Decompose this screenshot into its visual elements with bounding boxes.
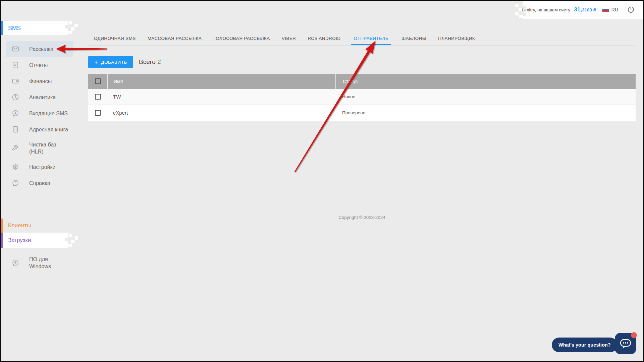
row-checkbox[interactable] (95, 110, 101, 116)
sidebar-item-otchety[interactable]: Отчеты (6, 57, 73, 73)
sidebar-item-label: Финансы (29, 78, 52, 85)
pixel-decoration (515, 4, 519, 7)
envelope-icon (11, 45, 19, 53)
sidebar-item-label: Входящие SMS (29, 110, 68, 117)
table-row[interactable]: TWНовое (88, 89, 636, 105)
table-body: TWНовоеeXpertПроверено (88, 89, 636, 121)
cell-name: eXpert (107, 105, 335, 121)
pixel-decoration (71, 27, 74, 31)
svg-text:?: ? (14, 181, 16, 185)
sidebar-item-label: Рассылка (29, 46, 53, 53)
row-checkbox[interactable] (95, 94, 101, 100)
pixel-decoration (523, 6, 526, 9)
russia-flag-icon (602, 8, 609, 12)
chat-prompt-text: What's your question? (558, 342, 611, 348)
clients-accent-bar (1, 219, 3, 233)
wallet-icon (11, 77, 19, 85)
sidebar-item-rassylka[interactable]: Рассылка (6, 41, 73, 57)
pixel-decoration (519, 15, 523, 18)
annotation-layer (0, 0, 644, 362)
row-checkbox-cell (88, 94, 107, 100)
tab-single-sms[interactable]: ОДИНОЧНАЯ SMS (93, 33, 137, 45)
sidebar-item-analitika[interactable]: Аналитика (6, 89, 73, 105)
pixel-decoration (71, 240, 74, 243)
chat-prompt-bubble[interactable]: What's your question? (552, 338, 618, 352)
sidebar-menu: Рассылка Отчеты Финансы Аналитика Входящ… (6, 41, 73, 191)
language-selector[interactable]: RU (602, 7, 618, 12)
sidebar-item-address-book[interactable]: Адресная книга (6, 121, 73, 137)
balance-link[interactable]: 31,3183 ₴ (574, 6, 596, 13)
column-header-status: Статус (335, 74, 636, 89)
table-header-row: Имя Статус (88, 74, 636, 89)
screenshot-border (0, 0, 644, 362)
sidebar-item-label: Настройки (29, 164, 55, 171)
add-button[interactable]: + ДОБАВИТЬ (88, 56, 133, 68)
gear-icon (11, 163, 19, 171)
column-header-name: Имя (107, 74, 335, 89)
help-icon: ? (11, 179, 19, 187)
table-row[interactable]: eXpertПроверено (88, 105, 636, 121)
account-header: Dmitry, на вашем счету 31,3183 ₴ RU (523, 1, 643, 19)
pixel-decoration (515, 12, 519, 15)
cell-status: Проверено (335, 105, 636, 121)
pixel-decoration (519, 8, 522, 11)
section-divider (1, 217, 636, 217)
sidebar-item-incoming-sms[interactable]: Входящие SMS (6, 105, 73, 121)
sidebar-item-label: Справка (29, 180, 50, 187)
downloads-accent-bar (1, 233, 3, 248)
pixel-decoration (523, 13, 526, 16)
pie-chart-icon (11, 93, 19, 101)
sms-accent-bar (1, 21, 3, 35)
balance-whole: 31, (574, 6, 582, 13)
sidebar-item-spravka[interactable]: ? Справка (6, 175, 73, 191)
address-book-icon (11, 125, 19, 133)
total-count: Всего 2 (139, 56, 161, 68)
tab-templates[interactable]: ШАБЛОНЫ (400, 33, 427, 45)
sidebar-section-downloads[interactable]: Загрузки (1, 233, 68, 248)
pixel-decoration (65, 238, 68, 241)
sidebar-item-nastroyki[interactable]: Настройки (6, 159, 73, 175)
cell-name: TW (107, 89, 335, 105)
language-label: RU (611, 7, 618, 12)
tab-voice-broadcast[interactable]: ГОЛОСОВАЯ РАССЫЛКА (212, 33, 271, 45)
sidebar-section-clients[interactable]: Клиенты (1, 219, 78, 233)
row-checkbox-cell (88, 110, 107, 116)
tab-scheduler[interactable]: ПЛАНИРОВЩИК (437, 33, 476, 45)
sidebar-item-hlr[interactable]: Чистка баз (HLR) (6, 137, 73, 159)
tab-mass-broadcast[interactable]: МАССОВАЯ РАССЫЛКА (147, 33, 203, 45)
pixel-decoration (69, 234, 72, 237)
cell-status: Новое (335, 89, 636, 105)
incoming-message-icon (11, 109, 19, 117)
wrench-icon (11, 144, 19, 152)
tab-viber[interactable]: VIBER (281, 33, 297, 45)
tabs-bar: ОДИНОЧНАЯ SMSМАССОВАЯ РАССЫЛКАГОЛОСОВАЯ … (93, 33, 476, 45)
report-icon (11, 61, 19, 69)
sidebar-item-label: Аналитика (29, 94, 56, 101)
chat-bubble-icon (619, 337, 632, 350)
logout-button[interactable] (627, 5, 635, 14)
sidebar-item-label: ПО для Windows (29, 256, 69, 270)
tab-rcs-android[interactable]: RCS ANDROID (307, 33, 341, 45)
copyright-text: Copyright © 2008-2024 (332, 215, 391, 220)
user-greeting: Dmitry, на вашем счету (522, 7, 570, 12)
tab-sender[interactable]: ОТПРАВИТЕЛЬ (351, 33, 391, 45)
sidebar-item-label: Чистка баз (HLR) (29, 141, 69, 155)
downloads-section-label: Загрузки (8, 237, 31, 244)
sidebar-item-label: Адресная книга (29, 126, 68, 133)
plus-icon: + (94, 59, 98, 65)
pixel-decoration (68, 31, 72, 34)
add-button-label: ДОБАВИТЬ (101, 60, 127, 65)
sidebar-item-software-windows[interactable]: ПО для Windows (6, 252, 73, 274)
header-checkbox-cell (88, 78, 107, 84)
notification-dot (631, 332, 637, 338)
senders-table: Имя Статус TWНовоеeXpertПроверено (88, 74, 636, 121)
sidebar-item-finansy[interactable]: Финансы (6, 73, 73, 89)
tabs-divider (88, 45, 636, 46)
download-icon (11, 259, 19, 267)
select-all-checkbox[interactable] (95, 78, 101, 84)
pixel-decoration (69, 21, 72, 24)
pixel-decoration (75, 236, 78, 240)
pixel-decoration (74, 24, 78, 27)
sidebar-section-sms[interactable]: SMS (1, 21, 68, 35)
sms-section-label: SMS (8, 25, 21, 32)
